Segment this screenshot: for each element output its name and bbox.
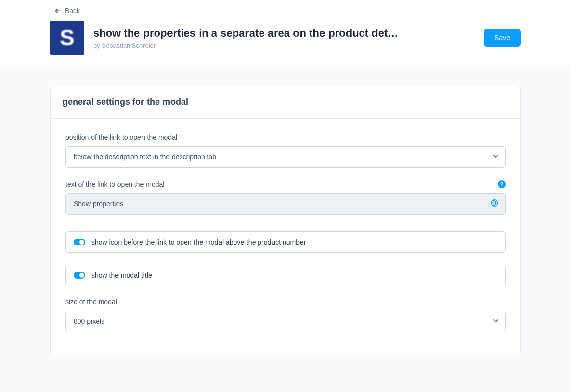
back-label: Back <box>65 7 80 15</box>
page-header: Back S show the properties in a separate… <box>0 0 571 67</box>
settings-card: general settings for the modal position … <box>50 86 521 355</box>
byline: by Sebastian Schreier <box>93 42 475 49</box>
plugin-icon: S <box>50 21 84 55</box>
globe-icon[interactable] <box>490 199 499 209</box>
arrow-left-icon <box>54 7 61 14</box>
toggle-show-title[interactable] <box>74 272 85 279</box>
back-link[interactable]: Back <box>50 0 80 18</box>
field-link-text: text of the link to open the modal ? <box>65 180 506 215</box>
save-button[interactable]: Save <box>484 29 521 47</box>
toggle-show-icon[interactable] <box>74 239 85 245</box>
toggle-label-show-title: show the modal title <box>91 271 152 279</box>
toggle-row-show-title: show the modal title <box>65 265 506 286</box>
toggle-row-show-icon: show icon before the link to open the mo… <box>65 231 506 253</box>
select-position[interactable]: below the description text in the descri… <box>65 146 506 168</box>
toggle-label-show-icon: show icon before the link to open the mo… <box>91 238 306 246</box>
select-position-value: below the description text in the descri… <box>74 153 216 161</box>
help-icon[interactable]: ? <box>498 180 506 188</box>
field-size: size of the modal 800 pixels <box>65 298 506 332</box>
content-area: general settings for the modal position … <box>50 67 521 375</box>
select-size[interactable]: 800 pixels <box>65 311 506 332</box>
field-label-link-text: text of the link to open the modal <box>65 180 164 188</box>
field-label-position: position of the link to open the modal <box>65 133 177 141</box>
field-position: position of the link to open the modal b… <box>65 133 506 168</box>
page-title: show the properties in a separate area o… <box>93 27 475 40</box>
select-size-value: 800 pixels <box>74 318 104 325</box>
card-header: general settings for the modal <box>51 86 520 119</box>
input-link-text[interactable] <box>65 193 506 215</box>
field-label-size: size of the modal <box>65 298 117 306</box>
card-title: general settings for the modal <box>62 97 509 107</box>
